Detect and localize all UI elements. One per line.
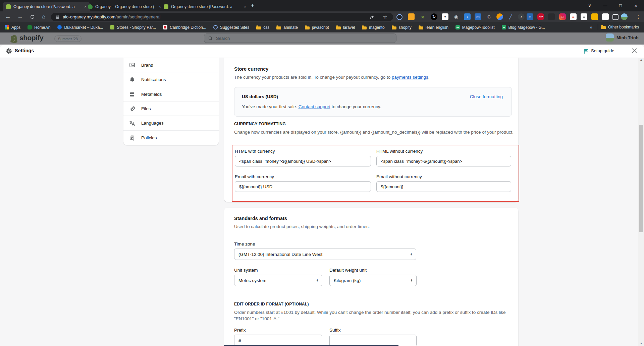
extension-panda-icon[interactable]: ●	[442, 13, 448, 20]
extension-instagram-icon[interactable]: □	[559, 13, 566, 20]
bookmark-folder-learn-english[interactable]: learn english	[419, 25, 448, 30]
bookmark-magepow-todolist[interactable]: Magepow-Todolist	[455, 25, 495, 30]
suffix-input[interactable]	[329, 335, 417, 346]
metafields-icon	[129, 91, 135, 97]
home-button[interactable]: ⌂	[39, 12, 48, 21]
browser-tab-3[interactable]: Organey demo store (Password: a ×	[160, 2, 250, 11]
prefix-label: Prefix	[234, 328, 246, 333]
share-icon[interactable]	[368, 12, 377, 22]
window-minimize-button[interactable]: —	[598, 0, 612, 11]
prefix-input[interactable]	[234, 335, 322, 346]
suffix-label: Suffix	[329, 328, 341, 333]
weight-unit-select[interactable]: Kilogram (kg) ▴▾	[329, 275, 417, 286]
bookmark-suggested-sites[interactable]: Suggested Sites	[213, 25, 249, 30]
setup-guide-label[interactable]: Setup guide	[591, 48, 614, 53]
browser-tab-2[interactable]: Organey – Organey demo store ( ×	[85, 2, 164, 11]
sidebar-item-brand[interactable]: Brand	[123, 58, 219, 72]
timezone-label: Time zone	[234, 241, 255, 247]
window-close-button[interactable]: ×	[629, 0, 643, 11]
extension-target-icon[interactable]	[396, 14, 402, 20]
new-tab-button[interactable]: +	[247, 0, 258, 11]
profile-avatar[interactable]	[621, 13, 628, 20]
other-bookmarks[interactable]: Other bookmarks	[601, 25, 639, 29]
extension-square-icon[interactable]	[612, 14, 619, 20]
tab-title: Organey – Organey demo store (	[95, 4, 155, 9]
extensions-puzzle-icon[interactable]	[602, 13, 609, 20]
select-stepper-icon: ▴▾	[317, 279, 318, 282]
tab-title: Organey demo store (Password: a	[171, 4, 240, 9]
extension-sync-icon[interactable]: ↻	[431, 13, 437, 20]
email-without-currency-input[interactable]	[376, 181, 511, 192]
bookmark-folder-laravel[interactable]: laravel	[336, 25, 355, 30]
extension-css-icon[interactable]: {css}	[475, 13, 481, 20]
extension-folder-icon[interactable]	[591, 13, 598, 20]
payments-settings-link[interactable]: payments settings	[392, 75, 428, 80]
scrollbar-up-arrow[interactable]: ▲	[639, 58, 643, 61]
extension-camera-icon[interactable]: ◉	[453, 13, 460, 20]
bookmark-folder-magento[interactable]: magento	[362, 25, 385, 30]
tab-close-icon[interactable]: ×	[244, 4, 246, 9]
sidebar-item-languages[interactable]: Languages	[123, 116, 219, 130]
folder-icon	[256, 26, 261, 29]
address-bar[interactable]: alo-organey.myshopify.com/admin/settings…	[51, 13, 393, 21]
browser-menu-icon[interactable]: ⋮	[635, 13, 642, 20]
folder-icon	[419, 26, 423, 29]
extension-notes-icon[interactable]: ≡	[570, 13, 577, 20]
html-without-currency-input[interactable]	[376, 156, 511, 166]
email-without-currency-label: Email without currency	[376, 174, 422, 179]
extension-orange-circle-icon[interactable]	[496, 13, 503, 20]
reload-button[interactable]	[28, 12, 37, 21]
email-with-currency-label: Email with currency	[235, 174, 274, 179]
extension-cat-icon[interactable]	[548, 13, 555, 20]
tab-search-chevron-icon[interactable]: ∨	[582, 0, 597, 11]
currency-formatting-description: Change how currencies are displayed on y…	[234, 129, 515, 135]
tab-title: Organey demo store (Password: a	[13, 4, 81, 9]
bookmark-folder-shopify[interactable]: shopify	[392, 25, 412, 30]
bookmark-folder-css[interactable]: css	[256, 25, 269, 30]
sidebar-item-notifications[interactable]: Notifications	[123, 72, 219, 87]
bookmarks-overflow-chevron[interactable]: »	[590, 24, 592, 30]
forward-button[interactable]: →	[15, 12, 25, 21]
html-with-currency-input[interactable]	[235, 156, 371, 166]
extension-ruler-icon[interactable]	[408, 13, 415, 20]
sidebar-item-policies[interactable]: Policies	[123, 130, 219, 145]
folder-icon	[276, 26, 281, 29]
bookmark-folder-animate[interactable]: animate	[276, 25, 298, 30]
policy-icon	[129, 135, 135, 141]
extension-adblock-icon[interactable]: ABP	[537, 13, 544, 20]
bookmark-star-icon[interactable]: ☆	[380, 12, 390, 22]
bookmark-blog-magepow[interactable]: Blog Magepow - G...	[502, 25, 545, 30]
close-formatting-link[interactable]: Close formatting	[470, 94, 503, 99]
suggested-sites-icon	[213, 25, 218, 29]
sidebar-item-metafields[interactable]: Metafields	[123, 87, 219, 101]
sidebar-item-label: Files	[141, 106, 151, 111]
bookmark-folder-javascript[interactable]: javascript	[305, 25, 329, 30]
divider	[224, 295, 518, 295]
contact-support-link[interactable]: Contact support	[299, 104, 330, 109]
extension-list-icon[interactable]: ≡	[581, 13, 587, 20]
extension-download-icon[interactable]: ↓	[464, 13, 471, 20]
window-maximize-button[interactable]: □	[613, 0, 628, 11]
extension-linkedin-icon[interactable]: LI	[527, 13, 533, 20]
timezone-select[interactable]: (GMT-12:00) International Date Line West…	[234, 249, 416, 260]
extension-green-x-icon[interactable]: ×	[419, 13, 426, 20]
extension-c-arrow-icon[interactable]: C	[486, 13, 492, 20]
user-avatar[interactable]	[606, 33, 614, 42]
bookmark-cambridge[interactable]: Cambridge Diction...	[163, 25, 206, 30]
sidebar-item-label: Notifications	[141, 77, 166, 82]
browser-tab-1[interactable]: Organey demo store (Password: a ×	[3, 2, 90, 11]
email-with-currency-input[interactable]	[235, 181, 371, 192]
scrollbar-down-arrow[interactable]: ▼	[639, 342, 643, 345]
back-button[interactable]: ←	[3, 12, 13, 21]
extension-back-circle-icon[interactable]: ‹	[518, 13, 525, 20]
bookmark-dukamarket[interactable]: Dukamarket – Duka...	[57, 25, 103, 30]
admin-search-input[interactable]: Search	[204, 33, 396, 43]
close-icon[interactable]	[631, 48, 638, 54]
unit-system-select[interactable]: Metric system ▴▾	[234, 275, 322, 286]
sidebar-item-files[interactable]: Files	[123, 101, 219, 116]
bookmark-shopify-stores[interactable]: Stores - Shopify Par...	[110, 25, 156, 30]
bookmark-apps[interactable]: Apps	[5, 25, 20, 30]
extension-pen-icon[interactable]: ╱	[507, 13, 514, 20]
scrollbar-thumb[interactable]	[639, 125, 643, 232]
bookmark-homevn[interactable]: Home.vn	[28, 25, 50, 30]
